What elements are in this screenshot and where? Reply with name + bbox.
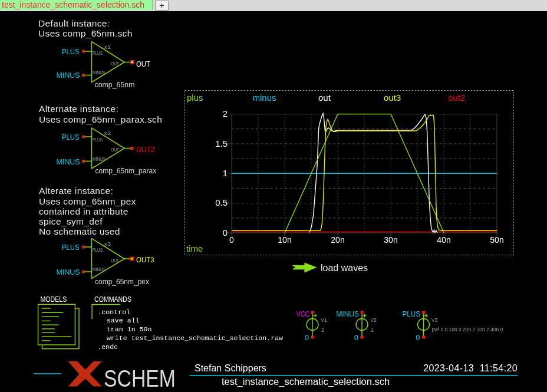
svg-text:PLUS: PLUS bbox=[403, 310, 421, 318]
svg-text:x3: x3 bbox=[104, 241, 111, 247]
svg-text:OUT: OUT bbox=[111, 60, 119, 67]
svg-text:write test_instance_schematic_: write test_instance_schematic_selection.… bbox=[107, 334, 283, 342]
svg-text:MINUS: MINUS bbox=[57, 158, 80, 166]
svg-text:MINUS: MINUS bbox=[57, 268, 80, 276]
svg-text:Alterate instance:: Alterate instance: bbox=[39, 186, 113, 196]
svg-text:Uses comp_65nm_parax.sch: Uses comp_65nm_parax.sch bbox=[39, 114, 162, 124]
svg-text:PLUS: PLUS bbox=[62, 48, 80, 56]
svg-text:MODELS: MODELS bbox=[40, 295, 67, 304]
svg-text:Default instance:: Default instance: bbox=[38, 18, 110, 28]
svg-text:load waves: load waves bbox=[321, 263, 368, 273]
svg-text:x2: x2 bbox=[104, 130, 111, 136]
svg-text:save all: save all bbox=[107, 317, 140, 324]
svg-text:1: 1 bbox=[371, 327, 374, 333]
svg-text:0: 0 bbox=[305, 333, 309, 342]
svg-text:OUT: OUT bbox=[136, 60, 150, 68]
svg-text:1.5: 1.5 bbox=[215, 139, 228, 149]
svg-text:No schematic used: No schematic used bbox=[39, 226, 120, 236]
svg-text:40n: 40n bbox=[437, 235, 450, 245]
svg-text:comp_65nm: comp_65nm bbox=[95, 81, 135, 89]
svg-text:50n: 50n bbox=[490, 235, 503, 245]
svg-text:Uses comp_65nm_pex: Uses comp_65nm_pex bbox=[39, 196, 136, 206]
svg-text:MINUS: MINUS bbox=[93, 266, 106, 272]
svg-text:out3: out3 bbox=[384, 93, 401, 103]
svg-text:PLUS: PLUS bbox=[93, 50, 103, 56]
svg-text:PLUS: PLUS bbox=[62, 133, 80, 141]
svg-text:PLUS: PLUS bbox=[93, 246, 103, 253]
svg-text:V2: V2 bbox=[370, 317, 377, 323]
svg-text:MINUS: MINUS bbox=[57, 71, 80, 80]
svg-text:out2: out2 bbox=[448, 93, 465, 103]
svg-text:2: 2 bbox=[321, 327, 324, 333]
svg-text:20n: 20n bbox=[331, 235, 344, 245]
svg-text:tran 1n 50n: tran 1n 50n bbox=[107, 325, 152, 333]
svg-text:minus: minus bbox=[253, 93, 276, 103]
svg-text:time: time bbox=[186, 243, 203, 253]
svg-text:OUT2: OUT2 bbox=[136, 145, 154, 154]
svg-text:spice_sym_def: spice_sym_def bbox=[39, 216, 103, 226]
svg-text:0: 0 bbox=[416, 333, 420, 342]
svg-text:x1: x1 bbox=[104, 44, 111, 50]
svg-text:OUT: OUT bbox=[111, 146, 119, 153]
svg-text:0: 0 bbox=[229, 235, 234, 245]
svg-text:contained in attribute: contained in attribute bbox=[39, 206, 128, 216]
svg-text:COMMANDS: COMMANDS bbox=[94, 295, 131, 304]
svg-text:.control: .control bbox=[97, 308, 130, 316]
svg-text:0: 0 bbox=[354, 333, 358, 342]
svg-text:comp_65nm_parax: comp_65nm_parax bbox=[95, 167, 156, 175]
svg-text:PLUS: PLUS bbox=[62, 243, 80, 252]
svg-text:comp_65nm_pex: comp_65nm_pex bbox=[95, 278, 149, 286]
svg-text:10n: 10n bbox=[278, 235, 291, 245]
svg-text:plus: plus bbox=[187, 93, 203, 103]
svg-text:PLUS: PLUS bbox=[93, 136, 103, 143]
svg-text:.endc: .endc bbox=[97, 343, 118, 351]
svg-text:MINUS: MINUS bbox=[336, 310, 359, 318]
svg-text:VCC: VCC bbox=[296, 310, 309, 318]
svg-text:2: 2 bbox=[223, 108, 228, 118]
svg-text:pwl 0 0 10n 0 20n 2 30n 2 40n: pwl 0 0 10n 0 20n 2 30n 2 40n 0 bbox=[431, 327, 503, 332]
svg-text:Uses comp_65nm.sch: Uses comp_65nm.sch bbox=[38, 28, 133, 38]
svg-text:0: 0 bbox=[223, 228, 228, 238]
svg-text:Stefan Schippers: Stefan Schippers bbox=[195, 363, 266, 373]
svg-text:30n: 30n bbox=[384, 235, 397, 245]
svg-text:out: out bbox=[318, 93, 331, 103]
svg-text:V3: V3 bbox=[431, 317, 438, 323]
svg-text:OUT3: OUT3 bbox=[136, 255, 154, 264]
svg-text:SCHEM: SCHEM bbox=[104, 365, 176, 392]
svg-text:Alternate instance:: Alternate instance: bbox=[39, 104, 118, 114]
svg-text:V1: V1 bbox=[321, 317, 327, 323]
svg-text:MINUS: MINUS bbox=[93, 156, 106, 162]
svg-text:0.5: 0.5 bbox=[215, 197, 228, 207]
svg-text:test_instance_schematic_select: test_instance_schematic_selection.sch bbox=[222, 376, 390, 387]
svg-text:OUT: OUT bbox=[111, 257, 119, 263]
svg-text:1: 1 bbox=[223, 168, 228, 178]
svg-text:MINUS: MINUS bbox=[93, 69, 106, 75]
svg-text:2023-04-13 11:54:20: 2023-04-13 11:54:20 bbox=[423, 363, 518, 373]
